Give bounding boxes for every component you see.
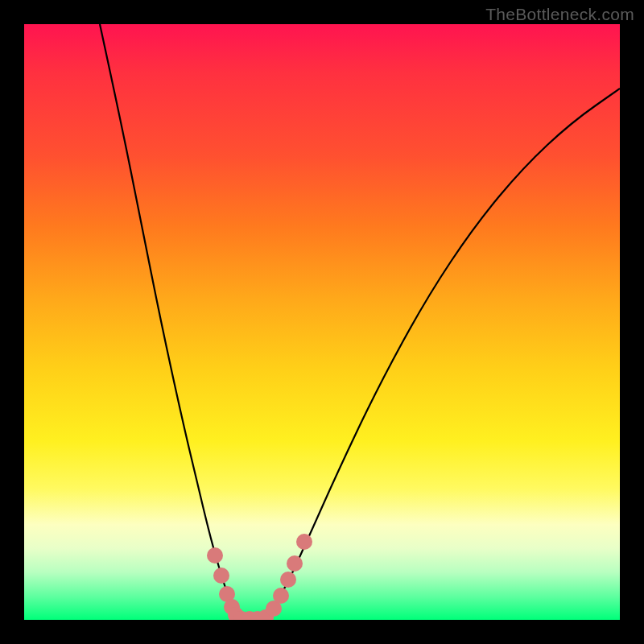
marker-dot (213, 568, 229, 584)
marker-dot (207, 547, 223, 564)
marker-dot (296, 534, 312, 550)
watermark-text: TheBottleneck.com (485, 5, 634, 24)
chart-frame: TheBottleneck.com (0, 0, 644, 644)
marker-dot (273, 588, 289, 604)
plot-area (24, 24, 620, 620)
marker-dot (287, 555, 303, 572)
left-curve (100, 24, 240, 619)
curve-layer (24, 24, 620, 620)
marker-dot (280, 572, 296, 588)
right-curve (266, 89, 620, 619)
